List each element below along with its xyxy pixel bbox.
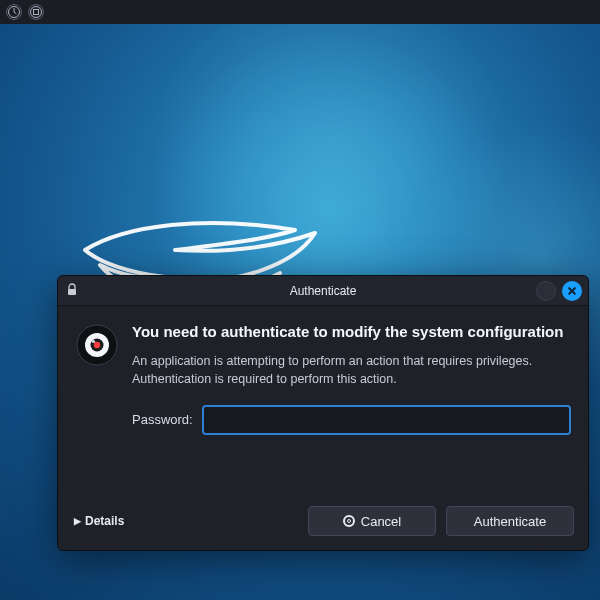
top-panel <box>0 0 600 24</box>
auth-app-icon <box>76 324 118 366</box>
password-input[interactable] <box>203 406 570 434</box>
dialog-message: An application is attempting to perform … <box>132 352 570 388</box>
dialog-title: Authenticate <box>58 284 588 298</box>
cancel-label: Cancel <box>361 514 401 529</box>
details-label: Details <box>85 514 124 528</box>
chevron-right-icon: ▶ <box>74 516 81 526</box>
svg-rect-3 <box>68 289 76 295</box>
svg-rect-2 <box>34 10 39 15</box>
dialog-titlebar: Authenticate <box>58 276 588 306</box>
authenticate-label: Authenticate <box>474 514 546 529</box>
minimize-button[interactable] <box>536 281 556 301</box>
lock-icon <box>66 283 78 297</box>
authenticate-button[interactable]: Authenticate <box>446 506 574 536</box>
details-toggle[interactable]: ▶ Details <box>74 514 124 528</box>
cancel-button[interactable]: Cancel <box>308 506 436 536</box>
close-button[interactable] <box>562 281 582 301</box>
auth-dialog: Authenticate You need to authenticate to… <box>57 275 589 551</box>
svg-point-1 <box>31 7 42 18</box>
password-label: Password: <box>132 412 193 427</box>
svg-point-8 <box>94 342 100 348</box>
panel-clock-icon[interactable] <box>6 4 22 20</box>
password-row: Password: <box>132 406 570 434</box>
cancel-icon <box>343 515 355 527</box>
svg-point-9 <box>92 340 95 343</box>
panel-workspace-icon[interactable] <box>28 4 44 20</box>
dialog-heading: You need to authenticate to modify the s… <box>132 322 570 342</box>
